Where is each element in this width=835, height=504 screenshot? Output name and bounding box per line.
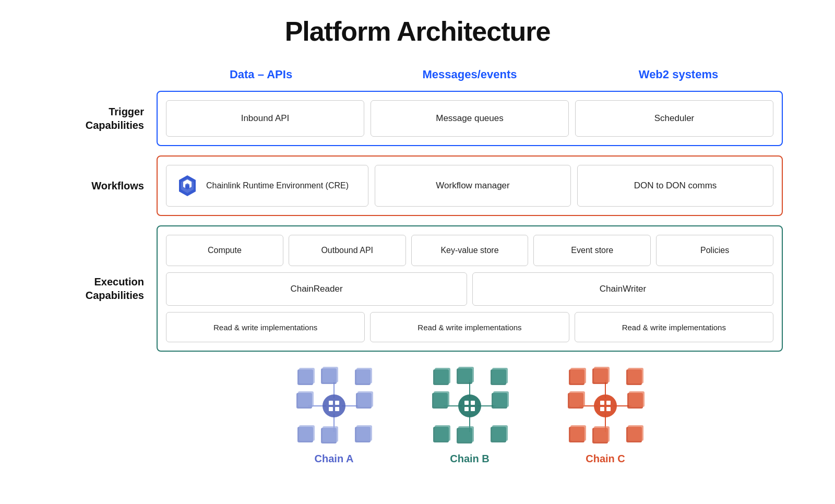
col-header-data-apis: Data – APIs <box>157 68 365 81</box>
execution-row: ExecutionCapabilities Compute Outbound A… <box>52 225 783 352</box>
key-value-store-cell: Key-value store <box>411 235 529 266</box>
chains-row: Chain A <box>52 364 783 465</box>
col-header-messages: Messages/events <box>365 68 574 81</box>
svg-rect-38 <box>492 425 508 441</box>
execution-content: Compute Outbound API Key-value store Eve… <box>157 225 783 352</box>
chain-a-label: Chain A <box>315 453 354 465</box>
svg-rect-36 <box>435 425 450 441</box>
trigger-cells: Inbound API Message queues Scheduler <box>166 100 773 137</box>
svg-point-72 <box>594 394 617 417</box>
outbound-api-cell: Outbound API <box>289 235 406 266</box>
exec-row3: Read & write implementations Read & writ… <box>166 312 773 342</box>
svg-rect-24 <box>335 401 339 405</box>
svg-rect-51 <box>471 407 475 411</box>
svg-rect-76 <box>606 407 611 411</box>
svg-rect-50 <box>464 407 469 411</box>
workflows-content: Chainlink Runtime Environment (CRE) Work… <box>157 155 783 216</box>
trigger-content: Inbound API Message queues Scheduler <box>157 91 783 146</box>
rw-impl-cell-2: Read & write implementations <box>370 312 569 342</box>
svg-rect-57 <box>570 368 586 383</box>
cre-cell: Chainlink Runtime Environment (CRE) <box>166 165 368 207</box>
cre-text: Chainlink Runtime Environment (CRE) <box>206 180 349 191</box>
svg-rect-19 <box>298 391 314 407</box>
inbound-api-cell: Inbound API <box>166 100 364 137</box>
chain-b-item: Chain B <box>428 364 511 465</box>
workflows-row: Workflows Chainlink Runtime Environment … <box>52 155 783 216</box>
svg-rect-9 <box>356 368 372 383</box>
svg-rect-65 <box>594 367 610 382</box>
scheduler-cell: Scheduler <box>575 100 773 137</box>
svg-point-22 <box>323 394 345 417</box>
chain-c-label: Chain C <box>586 453 625 465</box>
svg-rect-63 <box>628 425 643 441</box>
execution-label: ExecutionCapabilities <box>52 225 157 352</box>
svg-rect-49 <box>471 401 475 405</box>
chain-c-item: Chain C <box>564 364 647 465</box>
page-container: Platform Architecture Data – APIs Messag… <box>52 16 783 465</box>
svg-rect-34 <box>492 368 508 383</box>
svg-rect-32 <box>435 368 450 383</box>
compute-cell: Compute <box>166 235 283 266</box>
svg-rect-71 <box>629 391 645 407</box>
svg-rect-11 <box>299 425 315 441</box>
trigger-label: TriggerCapabilities <box>52 91 157 146</box>
col-header-web2: Web2 systems <box>574 68 783 81</box>
svg-rect-46 <box>493 391 509 407</box>
svg-rect-17 <box>323 426 338 442</box>
svg-rect-73 <box>600 401 604 405</box>
chain-b-diagram <box>428 364 511 448</box>
chain-a-item: Chain A <box>292 364 376 465</box>
workflow-manager-cell: Workflow manager <box>375 165 571 207</box>
chain-b-label: Chain B <box>450 453 490 465</box>
column-headers: Data – APIs Messages/events Web2 systems <box>157 68 783 81</box>
svg-rect-69 <box>569 391 585 407</box>
svg-rect-13 <box>356 425 372 441</box>
svg-rect-21 <box>357 391 373 407</box>
svg-rect-15 <box>323 367 338 382</box>
workflows-label: Workflows <box>52 155 157 216</box>
svg-rect-48 <box>464 401 469 405</box>
svg-point-47 <box>458 394 481 417</box>
message-queues-cell: Message queues <box>371 100 569 137</box>
exec-row1: Compute Outbound API Key-value store Eve… <box>166 235 773 266</box>
svg-rect-75 <box>600 407 604 411</box>
svg-rect-25 <box>329 407 333 411</box>
page-title: Platform Architecture <box>52 16 783 47</box>
svg-rect-42 <box>458 426 474 442</box>
svg-rect-26 <box>335 407 339 411</box>
chain-writer-cell: ChainWriter <box>472 272 773 306</box>
svg-rect-7 <box>299 368 315 383</box>
architecture-grid: Data – APIs Messages/events Web2 systems… <box>52 68 783 352</box>
trigger-row: TriggerCapabilities Inbound API Message … <box>52 91 783 146</box>
chainlink-icon <box>176 174 199 197</box>
svg-rect-44 <box>434 391 449 407</box>
policies-cell: Policies <box>656 235 773 266</box>
chain-c-diagram <box>564 364 647 448</box>
svg-rect-59 <box>628 368 643 383</box>
svg-rect-61 <box>570 425 586 441</box>
svg-rect-74 <box>606 401 611 405</box>
svg-rect-40 <box>458 367 474 382</box>
don-comms-cell: DON to DON comms <box>577 165 773 207</box>
execution-cells: Compute Outbound API Key-value store Eve… <box>166 235 773 342</box>
chain-a-diagram <box>292 364 376 448</box>
svg-rect-23 <box>329 401 333 405</box>
workflows-cells: Chainlink Runtime Environment (CRE) Work… <box>166 165 773 207</box>
rw-impl-cell-3: Read & write implementations <box>575 312 773 342</box>
event-store-cell: Event store <box>533 235 651 266</box>
rw-impl-cell-1: Read & write implementations <box>166 312 365 342</box>
chain-reader-cell: ChainReader <box>166 272 467 306</box>
svg-rect-67 <box>594 426 610 442</box>
exec-row2: ChainReader ChainWriter <box>166 272 773 306</box>
